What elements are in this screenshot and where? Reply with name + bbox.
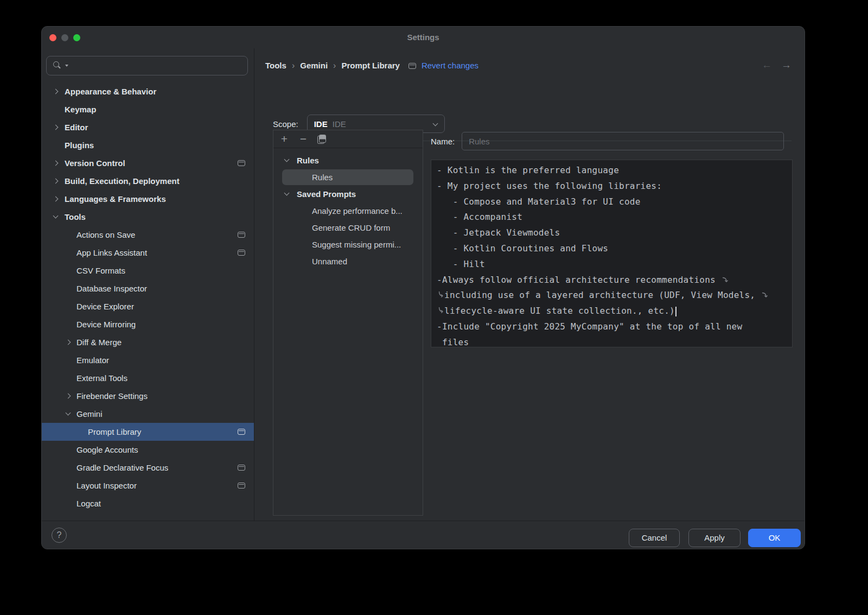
sidebar-item-logcat[interactable]: Logcat bbox=[42, 494, 254, 512]
prompt-tree: Rules Rules Saved Prompts Analyze perfor… bbox=[273, 152, 423, 270]
text-caret bbox=[675, 307, 676, 316]
settings-search-field[interactable] bbox=[46, 56, 248, 75]
editor-line: - Kotlin is the preferred language bbox=[437, 163, 792, 179]
editor-line: - Kotlin Coroutines and Flows bbox=[437, 241, 792, 257]
sidebar-item-google-accounts[interactable]: Google Accounts bbox=[42, 441, 254, 459]
sidebar-item-app-links-assistant[interactable]: App Links Assistant bbox=[42, 244, 254, 262]
prompt-tree-group-rules[interactable]: Rules bbox=[273, 152, 423, 169]
cancel-button[interactable]: Cancel bbox=[629, 529, 680, 547]
dialog-footer: ? Cancel Apply OK bbox=[42, 521, 805, 549]
apply-button[interactable]: Apply bbox=[688, 529, 741, 547]
forward-arrow-icon[interactable]: → bbox=[781, 59, 792, 71]
editor-line: -Include "Copyright 2025 MyCompany" at t… bbox=[437, 319, 792, 335]
sidebar-item-tools[interactable]: Tools bbox=[42, 208, 254, 226]
ide-settings-icon bbox=[238, 250, 245, 256]
prompt-text-editor[interactable]: - Kotlin is the preferred language - My … bbox=[431, 160, 793, 347]
prompt-list-toolbar: + − bbox=[273, 130, 423, 148]
editor-line: - My project uses the following librarie… bbox=[437, 179, 792, 194]
sidebar-item-diff-merge[interactable]: Diff & Merge bbox=[42, 333, 254, 351]
editor-line: - Compose and Material3 for UI code bbox=[437, 194, 792, 210]
revert-changes-link[interactable]: Revert changes bbox=[422, 58, 478, 73]
chevron-down-icon bbox=[284, 157, 290, 162]
prompt-tree-group-saved-prompts[interactable]: Saved Prompts bbox=[273, 186, 423, 202]
breadcrumb: Tools › Gemini › Prompt Library Revert c… bbox=[265, 58, 478, 73]
back-arrow-icon[interactable]: ← bbox=[762, 59, 772, 71]
breadcrumb-separator-icon: › bbox=[333, 58, 336, 73]
scope-selected-secondary: IDE bbox=[333, 119, 346, 129]
sidebar-item-firebender-settings[interactable]: Firebender Settings bbox=[42, 387, 254, 405]
scope-label: Scope: bbox=[273, 119, 298, 129]
ide-settings-icon bbox=[238, 160, 245, 166]
add-prompt-button[interactable]: + bbox=[278, 134, 291, 144]
settings-sidebar: Appearance & Behavior Keymap Editor Plug… bbox=[42, 48, 254, 521]
name-field[interactable] bbox=[462, 132, 784, 150]
sidebar-item-emulator[interactable]: Emulator bbox=[42, 351, 254, 369]
sidebar-item-languages-frameworks[interactable]: Languages & Frameworks bbox=[42, 190, 254, 208]
sidebar-item-editor[interactable]: Editor bbox=[42, 118, 254, 136]
sidebar-item-gradle-declarative-focus[interactable]: Gradle Declarative Focus bbox=[42, 459, 254, 477]
help-button[interactable]: ? bbox=[52, 528, 67, 543]
sidebar-item-plugins[interactable]: Plugins bbox=[42, 136, 254, 154]
search-icon bbox=[52, 60, 63, 71]
settings-content: Tools › Gemini › Prompt Library Revert c… bbox=[254, 48, 805, 521]
ide-settings-icon bbox=[238, 232, 245, 238]
prompt-tree-item-unnamed[interactable]: Unnamed bbox=[273, 253, 423, 270]
prompt-tree-item-rules[interactable]: Rules bbox=[273, 169, 423, 186]
duplicate-prompt-button[interactable] bbox=[317, 134, 327, 144]
editor-line: - Hilt bbox=[437, 257, 792, 272]
editor-line: - Jetpack Viewmodels bbox=[437, 225, 792, 241]
sidebar-item-actions-on-save[interactable]: Actions on Save bbox=[42, 226, 254, 244]
settings-tree: Appearance & Behavior Keymap Editor Plug… bbox=[42, 83, 254, 512]
sidebar-item-version-control[interactable]: Version Control bbox=[42, 154, 254, 172]
chevron-down-icon bbox=[284, 191, 290, 196]
ide-settings-icon bbox=[409, 63, 416, 69]
soft-wrap-icon bbox=[762, 288, 768, 303]
name-label: Name: bbox=[431, 137, 455, 146]
prompt-name-row: Name: bbox=[431, 132, 784, 150]
chevron-down-icon bbox=[432, 121, 438, 126]
prompt-tree-item-suggest-missing-permissions[interactable]: Suggest missing permi... bbox=[273, 236, 423, 253]
prompt-list-panel: + − Rules Rules Saved Prompts Analyze pe… bbox=[273, 130, 423, 516]
settings-window: Settings Appearance & Behavior Keymap Ed… bbox=[41, 26, 805, 549]
window-title: Settings bbox=[42, 27, 805, 48]
editor-line: -Always follow official architecture rec… bbox=[437, 272, 792, 288]
breadcrumb-gemini[interactable]: Gemini bbox=[300, 58, 328, 73]
search-input[interactable] bbox=[68, 61, 247, 71]
sidebar-item-build-execution-deployment[interactable]: Build, Execution, Deployment bbox=[42, 172, 254, 190]
prompt-tree-item-analyze-performance[interactable]: Analyze performance b... bbox=[273, 202, 423, 219]
editor-line: lifecycle-aware UI state collection., et… bbox=[437, 303, 792, 319]
ide-settings-icon bbox=[238, 429, 245, 435]
sidebar-item-database-inspector[interactable]: Database Inspector bbox=[42, 280, 254, 297]
editor-line: files bbox=[437, 335, 792, 347]
sidebar-item-device-mirroring[interactable]: Device Mirroring bbox=[42, 315, 254, 333]
prompt-tree-item-generate-crud-form[interactable]: Generate CRUD form bbox=[273, 219, 423, 236]
sidebar-item-appearance-behavior[interactable]: Appearance & Behavior bbox=[42, 83, 254, 100]
sidebar-item-external-tools[interactable]: External Tools bbox=[42, 369, 254, 387]
soft-wrap-icon bbox=[438, 303, 443, 319]
sidebar-item-device-explorer[interactable]: Device Explorer bbox=[42, 297, 254, 315]
search-options-caret-icon bbox=[65, 65, 68, 67]
title-bar: Settings bbox=[42, 27, 805, 48]
ok-button[interactable]: OK bbox=[748, 529, 801, 547]
soft-wrap-icon bbox=[438, 288, 443, 303]
sidebar-item-layout-inspector[interactable]: Layout Inspector bbox=[42, 477, 254, 494]
soft-wrap-icon bbox=[722, 272, 728, 288]
breadcrumb-prompt-library[interactable]: Prompt Library bbox=[341, 58, 400, 73]
remove-prompt-button[interactable]: − bbox=[297, 134, 310, 144]
ide-settings-icon bbox=[238, 483, 245, 489]
ide-settings-icon bbox=[238, 465, 245, 471]
editor-line: - Accompanist bbox=[437, 210, 792, 225]
sidebar-item-gemini[interactable]: Gemini bbox=[42, 405, 254, 423]
sidebar-item-keymap[interactable]: Keymap bbox=[42, 100, 254, 118]
breadcrumb-tools[interactable]: Tools bbox=[265, 58, 286, 73]
sidebar-item-csv-formats[interactable]: CSV Formats bbox=[42, 262, 254, 280]
sidebar-item-prompt-library[interactable]: Prompt Library bbox=[42, 423, 254, 441]
breadcrumb-separator-icon: › bbox=[292, 58, 295, 73]
editor-line: including use of a layered architecture … bbox=[437, 288, 792, 303]
scope-selected-value: IDE bbox=[314, 119, 328, 129]
